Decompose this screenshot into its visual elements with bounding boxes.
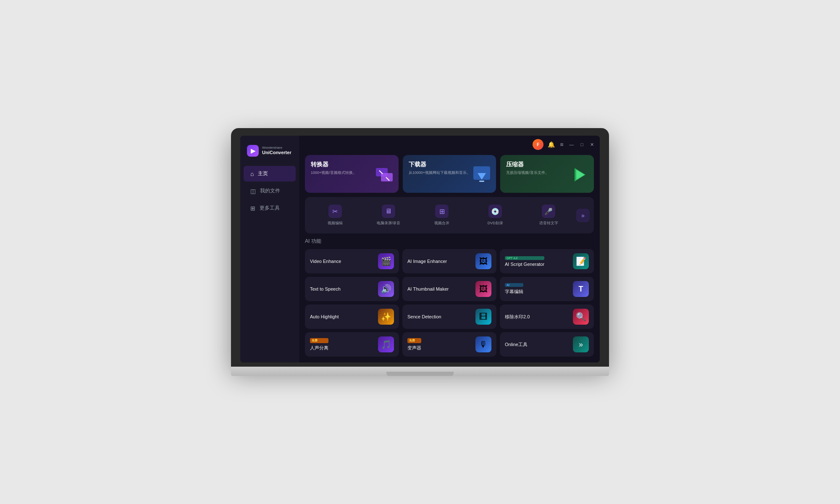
converter-icon <box>374 165 394 189</box>
logo-icon: ▶ <box>247 145 259 157</box>
badge-free-voice: 免费 <box>407 338 421 343</box>
ai-card-left-subtitle: AI 字幕编辑 <box>505 283 523 295</box>
ai-card-video-enhance[interactable]: Video Enhance 🎬 <box>305 249 399 273</box>
ai-card-left-image-enhancer: AI Image Enhancer <box>407 259 447 264</box>
ai-card-icon-image-enhancer: 🖼 <box>475 253 491 269</box>
ai-card-icon-scene: 🎞 <box>475 309 491 325</box>
badge-free-vocal: 免费 <box>310 338 328 343</box>
avatar-button[interactable]: F <box>533 139 543 150</box>
ai-card-title-highlight: Auto Highlight <box>310 314 339 319</box>
ai-card-highlight[interactable]: Auto Highlight ✨ <box>305 304 399 329</box>
close-button[interactable]: ✕ <box>588 141 596 148</box>
downloader-icon <box>472 165 492 189</box>
sidebar-item-home[interactable]: ⌂ 主页 <box>244 166 296 181</box>
ai-card-title-tts: Text to Speech <box>310 286 341 291</box>
ai-card-icon-voice-changer: 🎙 <box>475 336 491 352</box>
tool-dvd-burn[interactable]: 💿 DVD刻录 <box>470 201 521 229</box>
laptop-base <box>231 367 609 376</box>
ai-card-left-scene: Sence Detection <box>407 314 441 319</box>
ai-card-title-voice-changer: 变声器 <box>407 345 421 351</box>
svg-rect-1 <box>381 173 393 181</box>
ai-card-voice-changer[interactable]: 免费 变声器 🎙 <box>402 332 496 357</box>
logo-area: ▶ Wondershare UniConverter <box>240 142 299 165</box>
sidebar: ▶ Wondershare UniConverter ⌂ 主页 ◫ 我的文件 ⊞ <box>240 136 299 362</box>
ai-card-icon-script-gen: 📝 <box>573 253 589 269</box>
sidebar-item-files[interactable]: ◫ 我的文件 <box>244 183 296 199</box>
ai-card-subtitle[interactable]: AI 字幕编辑 T <box>500 277 594 301</box>
notification-icon[interactable]: 🔔 <box>547 140 556 149</box>
ai-card-left-tts: Text to Speech <box>310 286 341 291</box>
ai-card-icon-highlight: ✨ <box>378 309 394 325</box>
ai-card-title-thumbnail: AI Thumbnail Maker <box>407 286 449 291</box>
tool-video-merge[interactable]: ⊞ 视频合并 <box>416 201 467 229</box>
hero-card-converter[interactable]: 转换器 1000+视频/音频格式转换。 <box>305 155 399 193</box>
app-screen: ▶ Wondershare UniConverter ⌂ 主页 ◫ 我的文件 ⊞ <box>240 136 600 362</box>
badge-gpt: GPT 4.0 <box>505 256 544 260</box>
ai-section: AI 功能 Video Enhance 🎬 AI Image <box>305 238 594 357</box>
svg-marker-8 <box>576 170 585 180</box>
top-controls: F 🔔 ≡ — □ ✕ <box>533 139 596 150</box>
main-content: F 🔔 ≡ — □ ✕ 转换器 1000+视频/音频格式转换。 <box>299 136 600 362</box>
ai-card-icon-vocal: 🎵 <box>378 336 394 352</box>
ai-card-thumbnail[interactable]: AI Thumbnail Maker 🖼 <box>402 277 496 301</box>
minimize-button[interactable]: — <box>567 141 575 148</box>
ai-card-title-video-enhance: Video Enhance <box>310 259 341 264</box>
ai-card-script-gen[interactable]: GPT 4.0 AI Script Generator 📝 <box>500 249 594 273</box>
ai-card-title-watermark: 移除水印2.0 <box>505 314 530 320</box>
logo-brand: Wondershare <box>262 146 291 150</box>
tool-label-speech-text: 语音转文字 <box>539 220 558 226</box>
ai-card-title-subtitle: 字幕编辑 <box>505 289 523 295</box>
ai-card-left-highlight: Auto Highlight <box>310 314 339 319</box>
svg-rect-6 <box>479 181 484 182</box>
tool-label-video-merge: 视频合并 <box>434 220 449 226</box>
tool-label-screen-record: 电脑录屏/录音 <box>377 220 401 226</box>
maximize-button[interactable]: □ <box>579 141 585 148</box>
tool-video-edit[interactable]: ✂ 视频编辑 <box>309 201 361 229</box>
hero-card-compressor[interactable]: 压缩器 无损压缩视频/音乐文件。 <box>500 155 594 193</box>
tool-screen-record[interactable]: 🖥 电脑录屏/录音 <box>362 201 414 229</box>
badge-ai: AI <box>505 283 523 287</box>
ai-card-text-to-speech[interactable]: Text to Speech 🔊 <box>305 277 399 301</box>
ai-card-title-online: Online工具 <box>505 341 528 348</box>
screen-bezel: ▶ Wondershare UniConverter ⌂ 主页 ◫ 我的文件 ⊞ <box>231 128 609 367</box>
ai-card-icon-watermark: 🔍 <box>573 309 589 325</box>
ai-card-icon-video-enhance: 🎬 <box>378 253 394 269</box>
ai-card-left-script-gen: GPT 4.0 AI Script Generator <box>505 256 544 267</box>
ai-card-left-thumbnail: AI Thumbnail Maker <box>407 286 449 291</box>
sidebar-label-files: 我的文件 <box>260 187 280 194</box>
ai-card-watermark[interactable]: 移除水印2.0 🔍 <box>500 304 594 329</box>
logo-text: Wondershare UniConverter <box>262 146 291 155</box>
ai-card-left-online: Online工具 <box>505 341 528 348</box>
ai-card-icon-subtitle: T <box>573 281 589 297</box>
laptop: ▶ Wondershare UniConverter ⌂ 主页 ◫ 我的文件 ⊞ <box>231 128 609 376</box>
tools-more-button[interactable]: » <box>576 209 590 222</box>
tool-icon-speech-text: 🎤 <box>542 205 555 218</box>
tools-row: ✂ 视频编辑 🖥 电脑录屏/录音 ⊞ 视频合并 💿 <box>309 201 590 229</box>
ai-card-title-image-enhancer: AI Image Enhancer <box>407 259 447 264</box>
ai-grid: Video Enhance 🎬 AI Image Enhancer 🖼 <box>305 249 594 357</box>
sidebar-label-home: 主页 <box>258 170 268 177</box>
home-icon: ⌂ <box>250 171 254 177</box>
tools-section: ✂ 视频编辑 🖥 电脑录屏/录音 ⊞ 视频合并 💿 <box>305 197 594 234</box>
menu-icon[interactable]: ≡ <box>559 140 564 149</box>
ai-card-left-watermark: 移除水印2.0 <box>505 314 530 320</box>
tool-icon-dvd-burn: 💿 <box>488 205 502 218</box>
sidebar-item-more[interactable]: ⊞ 更多工具 <box>244 200 296 216</box>
ai-card-title-scene: Sence Detection <box>407 314 441 319</box>
tool-icon-screen-record: 🖥 <box>382 205 395 218</box>
tool-speech-text[interactable]: 🎤 语音转文字 <box>523 201 575 229</box>
ai-card-left-video-enhance: Video Enhance <box>310 259 341 264</box>
ai-card-vocal[interactable]: 免费 人声分离 🎵 <box>305 332 399 357</box>
tool-icon-video-edit: ✂ <box>328 205 342 218</box>
ai-card-left-voice-changer: 免费 变声器 <box>407 338 421 351</box>
ai-card-online-tools[interactable]: Online工具 » <box>500 332 594 357</box>
ai-card-scene[interactable]: Sence Detection 🎞 <box>402 304 496 329</box>
ai-card-left-vocal: 免费 人声分离 <box>310 338 328 351</box>
logo-product: UniConverter <box>262 150 291 155</box>
ai-card-title-script-gen: AI Script Generator <box>505 262 544 267</box>
sidebar-label-more: 更多工具 <box>260 205 280 212</box>
ai-card-icon-online: » <box>573 336 589 352</box>
ai-card-icon-tts: 🔊 <box>378 281 394 297</box>
ai-card-image-enhancer[interactable]: AI Image Enhancer 🖼 <box>402 249 496 273</box>
hero-card-downloader[interactable]: 下载器 从10000+视频网站下载视频和音乐。 <box>403 155 496 193</box>
